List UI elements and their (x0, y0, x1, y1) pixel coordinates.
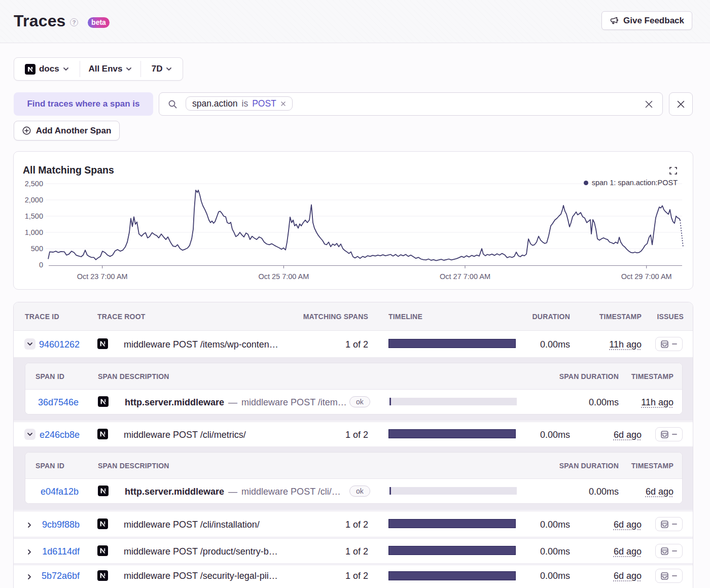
svg-text:Oct 25 7:00 AM: Oct 25 7:00 AM (258, 272, 309, 281)
svg-text:Oct 23 7:00 AM: Oct 23 7:00 AM (77, 272, 128, 281)
svg-text:0: 0 (39, 261, 43, 269)
svg-text:2,500: 2,500 (25, 180, 43, 188)
svg-text:1,000: 1,000 (25, 228, 43, 236)
svg-text:2,000: 2,000 (25, 196, 43, 204)
svg-text:Oct 29 7:00 AM: Oct 29 7:00 AM (621, 272, 672, 281)
svg-text:1,500: 1,500 (25, 212, 43, 220)
svg-text:500: 500 (31, 245, 43, 253)
svg-text:Oct 27 7:00 AM: Oct 27 7:00 AM (440, 272, 490, 281)
